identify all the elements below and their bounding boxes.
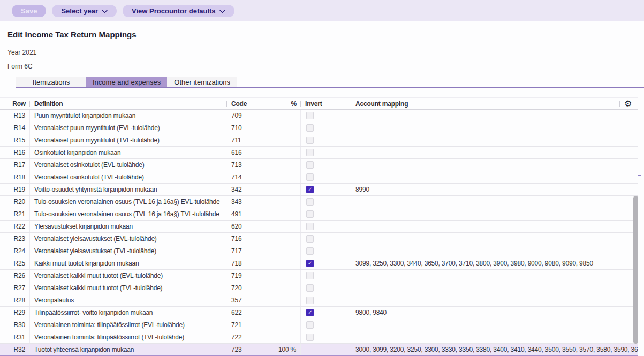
invert-cell: ✓ — [301, 184, 351, 195]
invert-checkbox[interactable] — [306, 235, 314, 243]
table-row[interactable]: R29 Tilinpäätössiirrot- voitto kirjanpid… — [0, 307, 638, 319]
invert-checkbox[interactable] — [306, 247, 314, 255]
invert-checkbox[interactable] — [306, 284, 314, 292]
table-row[interactable]: R13 Puun myyntitulot kirjanpidon mukaan … — [0, 110, 638, 122]
invert-cell — [301, 171, 351, 183]
chevron-down-icon — [219, 7, 225, 15]
table-row[interactable]: R21 Tulo-osuuksien veronalainen osuus (T… — [0, 208, 638, 221]
table-row[interactable]: R27 Veronalaiset kaikki muut tuotot (TVL… — [0, 282, 638, 294]
invert-checkbox[interactable] — [306, 321, 314, 329]
invert-checkbox[interactable] — [306, 173, 314, 181]
row-percent — [278, 245, 301, 257]
row-definition: Tulo-osuuksien veronalainen osuus (TVL 1… — [30, 208, 227, 220]
page-title: Edit Income Tax Return Mappings — [7, 30, 644, 40]
row-number: R32 — [0, 344, 30, 355]
table-row[interactable]: R32 Tuotot yhteensä kirjanpidon mukaan 7… — [0, 344, 638, 356]
row-number: R27 — [0, 282, 30, 294]
row-account-mapping — [351, 171, 638, 183]
table-row[interactable]: R25 Kaikki muut tuotot kirjanpidon mukaa… — [0, 257, 638, 270]
table-row[interactable]: R31 Veronalainen toiminta: tilinpäätössi… — [0, 331, 638, 344]
tab-itemizations[interactable]: Itemizations — [16, 77, 86, 87]
invert-cell — [301, 159, 351, 171]
row-account-mapping — [351, 233, 638, 245]
row-number: R30 — [0, 319, 30, 331]
row-definition: Kaikki muut tuotot kirjanpidon mukaan — [30, 257, 227, 269]
invert-checkbox[interactable] — [306, 149, 314, 156]
mappings-table: Row Definition Code % Invert Account map… — [0, 97, 638, 356]
table-row[interactable]: R28 Veronpalautus 357 — [0, 294, 638, 307]
invert-cell — [301, 282, 351, 294]
invert-checkbox[interactable] — [306, 137, 314, 144]
row-number: R14 — [0, 122, 30, 134]
row-account-mapping: 3000, 3099, 3200, 3250, 3300, 3330, 3350… — [351, 344, 638, 355]
row-account-mapping — [351, 294, 638, 306]
view-procountor-defaults-button[interactable]: View Procountor defaults — [123, 5, 234, 17]
row-definition: Veronalainen toiminta: tilinpäätössiirro… — [30, 319, 227, 331]
row-code: 622 — [227, 307, 278, 319]
row-percent — [278, 331, 301, 343]
row-definition: Tilinpäätössiirrot- voitto kirjanpidon m… — [30, 307, 227, 319]
table-row[interactable]: R23 Veronalaiset yleisavustukset (EVL-tu… — [0, 233, 638, 245]
row-code: 343 — [227, 196, 278, 208]
invert-checkbox[interactable]: ✓ — [306, 309, 314, 316]
row-definition: Tulo-osuuksien veronalainen osuus (TVL 1… — [30, 196, 227, 208]
invert-cell: ✓ — [301, 257, 351, 269]
row-account-mapping: 8990 — [351, 184, 638, 195]
invert-checkbox[interactable] — [306, 210, 314, 218]
invert-checkbox[interactable]: ✓ — [306, 260, 314, 267]
row-code: 722 — [227, 331, 278, 343]
table-row[interactable]: R20 Tulo-osuuksien veronalainen osuus (T… — [0, 196, 638, 208]
table-row[interactable]: R24 Veronalaiset yleisavustukset (TVL-tu… — [0, 245, 638, 257]
row-account-mapping — [351, 134, 638, 146]
tab-income-and-expenses[interactable]: Income and expenses — [86, 77, 167, 87]
row-percent — [278, 208, 301, 220]
invert-checkbox[interactable] — [306, 297, 314, 304]
column-header-code: Code — [227, 98, 278, 109]
row-code: 491 — [227, 208, 278, 220]
invert-checkbox[interactable] — [306, 223, 314, 230]
row-definition: Veronpalautus — [30, 294, 227, 306]
table-row[interactable]: R19 Voitto-osuudet yhtymistä kirjanpidon… — [0, 184, 638, 196]
scrollbar-thumb-inner[interactable] — [638, 157, 641, 176]
table-row[interactable]: R17 Veronalaiset osinkotulot (EVL-tulolä… — [0, 159, 638, 171]
invert-checkbox[interactable] — [306, 334, 314, 341]
invert-checkbox[interactable] — [306, 272, 314, 279]
row-code: 616 — [227, 147, 278, 158]
invert-checkbox[interactable] — [306, 124, 314, 132]
invert-checkbox[interactable]: ✓ — [306, 186, 314, 193]
table-row[interactable]: R22 Yleisavustukset kirjanpidon mukaan 6… — [0, 221, 638, 233]
invert-checkbox[interactable] — [306, 112, 314, 119]
invert-cell — [301, 270, 351, 282]
table-row[interactable]: R14 Veronalaiset puun myyntitulot (EVL-t… — [0, 122, 638, 134]
invert-cell — [301, 344, 351, 355]
row-account-mapping — [351, 110, 638, 122]
row-code: 357 — [227, 294, 278, 306]
table-row[interactable]: R18 Veronalaiset osinkotulot (TVL-tulolä… — [0, 171, 638, 184]
column-header-row: Row — [0, 98, 30, 109]
table-settings-button[interactable]: ⚙ — [620, 98, 635, 109]
row-code: 723 — [227, 344, 278, 355]
invert-checkbox[interactable] — [306, 198, 314, 206]
table-row[interactable]: R30 Veronalainen toiminta: tilinpäätössi… — [0, 319, 638, 331]
row-number: R20 — [0, 196, 30, 208]
row-percent — [278, 159, 301, 171]
row-percent — [278, 294, 301, 306]
row-account-mapping — [351, 331, 638, 343]
form-label: Form 6C — [7, 63, 644, 70]
select-year-button[interactable]: Select year — [52, 5, 117, 17]
row-definition: Veronalaiset osinkotulot (TVL-tulolähde) — [30, 171, 227, 183]
table-row[interactable]: R26 Veronalaiset kaikki muut tuotot (EVL… — [0, 270, 638, 282]
save-button[interactable]: Save — [12, 5, 46, 17]
select-year-label: Select year — [61, 7, 98, 15]
row-definition: Veronalaiset puun myyntitulot (EVL-tulol… — [30, 122, 227, 134]
invert-checkbox[interactable] — [306, 161, 314, 169]
scrollbar-thumb[interactable] — [633, 196, 638, 344]
row-percent — [278, 270, 301, 282]
row-percent — [278, 319, 301, 331]
year-label: Year 2021 — [7, 49, 644, 56]
invert-cell — [301, 110, 351, 122]
table-row[interactable]: R15 Veronalaiset puun myyntitulot (TVL-t… — [0, 134, 638, 147]
row-percent — [278, 282, 301, 294]
tab-other-itemizations[interactable]: Other itemizations — [167, 77, 237, 87]
table-row[interactable]: R16 Osinkotulot kirjanpidon mukaan 616 — [0, 147, 638, 159]
